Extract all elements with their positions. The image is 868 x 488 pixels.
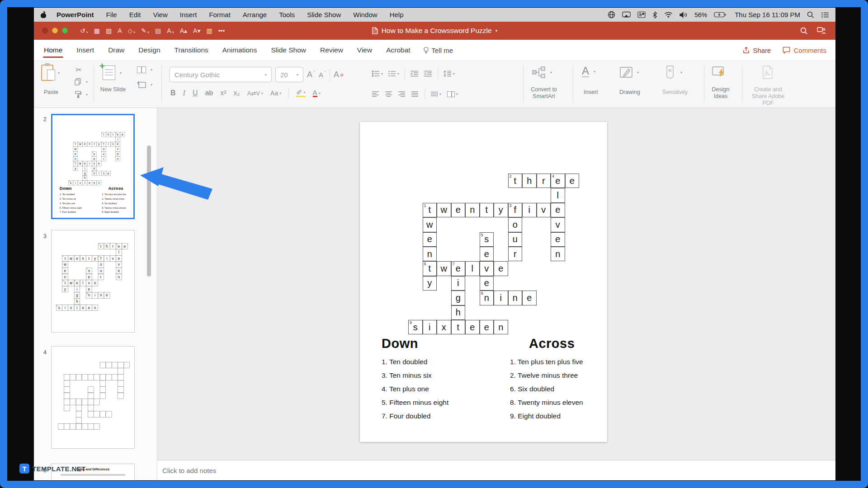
insert-text-box-button[interactable]: A▾ (582, 66, 595, 77)
change-case-button[interactable]: Aa▾ (270, 89, 281, 97)
slide-layout-button[interactable]: ▾ (137, 66, 152, 73)
tab-insert[interactable]: Insert (76, 40, 94, 61)
italic-button[interactable]: I (183, 89, 185, 97)
character-spacing-button[interactable]: A⇄V▾ (247, 90, 263, 97)
menu-item-edit[interactable]: Edit (129, 11, 141, 19)
wifi-icon[interactable] (664, 12, 673, 18)
tab-home[interactable]: Home (44, 40, 62, 61)
decrease-indent-button[interactable] (410, 70, 419, 77)
menu-item-arrange[interactable]: Arrange (243, 11, 267, 19)
slide-thumbnail-2[interactable]: t2hre4elt1wentyf3ivewoves5uenernt6we7lve… (51, 114, 135, 219)
grow-font-button[interactable]: Aˆ (307, 70, 315, 80)
screen-mirroring-icon[interactable] (622, 11, 631, 18)
copy-button[interactable]: ▾ (75, 78, 88, 85)
highlight-color-button[interactable]: ✐▾ (296, 89, 305, 97)
text-direction-button[interactable]: ▾ (431, 91, 441, 97)
text-box-icon[interactable]: A (118, 27, 122, 34)
tab-review[interactable]: Review (320, 40, 343, 61)
bullets-button[interactable]: ▾ (372, 70, 383, 77)
subscript-button[interactable]: x₂ (234, 89, 240, 97)
menu-item-file[interactable]: File (106, 11, 117, 19)
document-title[interactable]: How to Make a Crowssword Puzzle ▾ (372, 27, 497, 35)
strikethrough-button[interactable]: ab (205, 89, 213, 97)
shapes-icon[interactable]: ◇▾ (128, 27, 136, 34)
line-spacing-button[interactable]: ▾ (443, 70, 455, 77)
menu-item-tools[interactable]: Tools (279, 11, 295, 19)
slide-thumbnail-3[interactable]: t2hre4elt1wentyf3ivewoves5uenernt6we7lve… (51, 230, 135, 333)
menu-item-insert[interactable]: Insert (180, 11, 197, 19)
font-color-button[interactable]: A▾ (313, 89, 321, 97)
format-painter-icon[interactable]: ✎▾ (141, 27, 149, 34)
input-source-icon[interactable] (637, 11, 646, 18)
menu-item-powerpoint[interactable]: PowerPoint (57, 11, 94, 19)
drawing-button[interactable]: ▾ (620, 66, 639, 79)
superscript-button[interactable]: x² (220, 89, 226, 97)
menu-item-help[interactable]: Help (390, 11, 404, 19)
font-name-combo[interactable]: Century Gothic▾ (170, 67, 272, 82)
tab-design[interactable]: Design (138, 40, 160, 61)
columns-button[interactable]: ▾ (447, 91, 458, 97)
tab-acrobat[interactable]: Acrobat (386, 40, 410, 61)
align-left-button[interactable] (372, 91, 379, 97)
notes-pane[interactable]: Click to add notes (157, 460, 835, 480)
sensitivity-button[interactable]: ▾ (664, 66, 682, 79)
menu-item-format[interactable]: Format (209, 11, 231, 19)
apple-menu-icon[interactable] (40, 11, 47, 18)
reset-slide-button[interactable]: ▾ (137, 81, 152, 89)
volume-icon[interactable] (679, 12, 688, 18)
increase-indent-button[interactable] (424, 70, 432, 77)
design-ideas-button[interactable] (712, 66, 726, 78)
menu-item-view[interactable]: View (153, 11, 168, 19)
chart-icon[interactable]: ▥ (206, 27, 212, 34)
share-button[interactable]: Share (743, 47, 771, 54)
globe-icon[interactable] (608, 11, 615, 19)
menu-item-slide-show[interactable]: Slide Show (307, 11, 341, 19)
paste-button[interactable]: ▾ (41, 65, 60, 81)
grow-font-icon[interactable]: A▴ (180, 27, 187, 34)
bluetooth-icon[interactable] (652, 11, 657, 19)
align-center-button[interactable] (385, 91, 392, 97)
slide-canvas[interactable]: t2hre4elt1wentyf3ivewoves5uenernt6we7lve… (360, 122, 607, 442)
battery-charging-icon[interactable] (714, 12, 726, 18)
convert-to-smartart-button[interactable]: ▾ (532, 66, 552, 78)
shrink-font-icon[interactable]: A▾ (193, 27, 200, 34)
format-painter-button[interactable]: ▾ (75, 91, 88, 98)
undo-icon[interactable]: ↺▾ (80, 27, 88, 34)
menu-item-window[interactable]: Window (353, 11, 377, 19)
title-dropdown-chevron[interactable]: ▾ (495, 28, 498, 33)
font-size-combo[interactable]: 20▾ (275, 67, 303, 82)
bold-button[interactable]: B (170, 89, 176, 97)
comments-button[interactable]: Comments (783, 47, 826, 54)
tell-me-button[interactable]: Tell me (423, 47, 453, 54)
presenter-icon[interactable] (817, 27, 826, 34)
picture-icon[interactable]: ▨ (106, 27, 112, 34)
crossword-cell (88, 386, 94, 393)
tab-slide-show[interactable]: Slide Show (271, 40, 306, 61)
cut-button[interactable]: ✂ (75, 66, 81, 74)
justify-button[interactable] (411, 91, 419, 97)
numbering-button[interactable]: ▾ (388, 70, 399, 77)
shrink-font-button[interactable]: Aˇ (319, 71, 326, 79)
more-commands-icon[interactable]: ••• (218, 27, 225, 34)
tab-animations[interactable]: Animations (222, 40, 257, 61)
minimize-window-button[interactable] (52, 28, 58, 33)
tab-transitions[interactable]: Transitions (175, 40, 208, 61)
search-icon[interactable] (800, 27, 808, 35)
font-icon[interactable]: A▾ (167, 27, 174, 34)
control-center-icon[interactable] (821, 12, 829, 18)
zoom-window-button[interactable] (62, 28, 68, 33)
slide-thumbnail-4[interactable] (51, 346, 135, 449)
new-slide-button[interactable]: ▾ (103, 66, 122, 80)
tab-draw[interactable]: Draw (108, 40, 124, 61)
underline-button[interactable]: U (193, 89, 198, 97)
spotlight-icon[interactable] (807, 11, 814, 19)
tab-view[interactable]: View (357, 40, 372, 61)
close-window-button[interactable] (42, 28, 48, 33)
clear-formatting-button[interactable]: A⌀ (334, 70, 344, 80)
create-adobe-pdf-button[interactable] (762, 66, 774, 79)
menu-bar-clock[interactable]: Thu Sep 16 11:09 PM (735, 11, 800, 19)
align-right-button[interactable] (398, 91, 406, 97)
slide-layout-icon[interactable]: ▤ (155, 27, 161, 34)
crossword-cell: t (74, 305, 80, 311)
table-icon[interactable]: ▦ (94, 27, 100, 34)
